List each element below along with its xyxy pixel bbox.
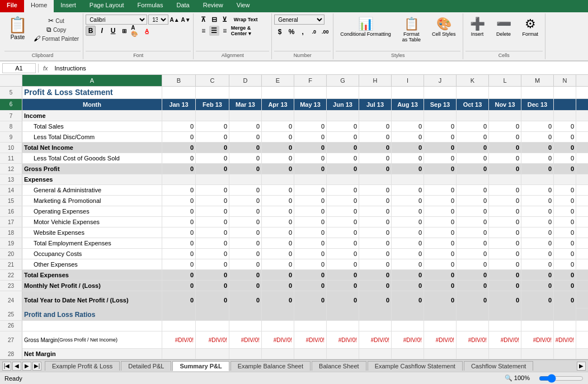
cell-b8[interactable]: 0: [162, 121, 196, 131]
cell-h26[interactable]: [359, 321, 392, 331]
cell-n27[interactable]: #DIV/0!: [554, 331, 576, 349]
col-header-m[interactable]: M: [521, 75, 554, 86]
cell-b14[interactable]: 0: [162, 185, 196, 195]
cell-m11[interactable]: 0: [521, 153, 554, 163]
cell-l9[interactable]: 0: [489, 132, 521, 142]
cell-b15[interactable]: 0: [162, 196, 196, 206]
cell-n10[interactable]: 0: [554, 143, 576, 153]
cell-b5[interactable]: [162, 87, 196, 98]
cell-i25[interactable]: [392, 309, 424, 320]
cell-b24[interactable]: 0: [162, 291, 196, 309]
cell-k21[interactable]: 0: [457, 259, 489, 269]
cell-g6[interactable]: Jun 13: [327, 99, 359, 111]
cell-a26[interactable]: [22, 321, 162, 331]
cell-a11[interactable]: Less Total Cost of Gooods Sold: [22, 153, 162, 163]
cell-f15[interactable]: 0: [294, 196, 327, 206]
tab-example-cashflow[interactable]: Example Cashflow Statement: [368, 361, 463, 371]
cell-n11[interactable]: 0: [554, 153, 576, 163]
cell-j13[interactable]: [424, 174, 457, 184]
format-painter-button[interactable]: 🖌 Format Painter: [32, 35, 81, 42]
cell-a9[interactable]: Less Total Disc/Comm: [22, 132, 162, 142]
cell-d28[interactable]: [229, 349, 262, 359]
cell-k15[interactable]: 0: [457, 196, 489, 206]
cell-g26[interactable]: [327, 321, 359, 331]
align-top-button[interactable]: ⊼: [199, 15, 209, 25]
cell-l24[interactable]: 0: [489, 291, 521, 309]
cell-g7[interactable]: [327, 111, 359, 121]
cell-c18[interactable]: 0: [196, 227, 229, 238]
cell-e28[interactable]: [262, 349, 294, 359]
cell-l22[interactable]: 0: [489, 270, 521, 280]
cell-b21[interactable]: 0: [162, 259, 196, 269]
cell-n9[interactable]: 0: [554, 132, 576, 142]
cell-a22[interactable]: Total Expenses: [22, 270, 162, 280]
col-header-j[interactable]: J: [424, 75, 457, 86]
cell-i22[interactable]: 0: [392, 270, 424, 280]
cell-a16[interactable]: Operating Expenses: [22, 206, 162, 216]
cell-n26[interactable]: [554, 321, 576, 331]
text-wrap-button[interactable]: Wrap Text: [231, 15, 261, 25]
cell-d5[interactable]: [229, 87, 262, 98]
cell-f26[interactable]: [294, 321, 327, 331]
cell-n21[interactable]: 0: [554, 259, 576, 269]
cell-k7[interactable]: [457, 111, 489, 121]
tab-data[interactable]: Data: [170, 0, 196, 12]
cell-m19[interactable]: 0: [521, 238, 554, 248]
cell-g17[interactable]: 0: [327, 217, 359, 227]
cell-b18[interactable]: 0: [162, 227, 196, 238]
zoom-slider[interactable]: [539, 374, 584, 382]
cell-c11[interactable]: 0: [196, 153, 229, 163]
font-color-button[interactable]: A̲: [142, 26, 152, 36]
cell-h14[interactable]: 0: [359, 185, 392, 195]
cell-e15[interactable]: 0: [262, 196, 294, 206]
cell-m22[interactable]: 0: [521, 270, 554, 280]
cell-l8[interactable]: 0: [489, 121, 521, 131]
cell-g15[interactable]: 0: [327, 196, 359, 206]
cell-g8[interactable]: 0: [327, 121, 359, 131]
cell-m26[interactable]: [521, 321, 554, 331]
cell-j24[interactable]: 0: [424, 291, 457, 309]
cell-a5[interactable]: Profit & Loss Statement: [22, 87, 162, 98]
cell-e14[interactable]: 0: [262, 185, 294, 195]
col-header-b[interactable]: B: [162, 75, 196, 86]
cell-e5[interactable]: [262, 87, 294, 98]
cell-g14[interactable]: 0: [327, 185, 359, 195]
cell-f21[interactable]: 0: [294, 259, 327, 269]
tab-example-balance[interactable]: Example Balance Sheet: [231, 361, 311, 371]
cell-k9[interactable]: 0: [457, 132, 489, 142]
tab-home[interactable]: Home: [24, 0, 54, 12]
cell-l21[interactable]: 0: [489, 259, 521, 269]
cell-j21[interactable]: 0: [424, 259, 457, 269]
cell-j25[interactable]: [424, 309, 457, 320]
cell-b11[interactable]: 0: [162, 153, 196, 163]
cell-f27[interactable]: #DIV/0!: [294, 331, 327, 349]
cell-a12[interactable]: Gross Profit: [22, 164, 162, 174]
cell-h20[interactable]: 0: [359, 249, 392, 259]
align-center-button[interactable]: ☰: [209, 26, 219, 36]
tab-cashflow[interactable]: Cashflow Statement: [464, 361, 533, 371]
col-header-a[interactable]: A: [22, 75, 162, 86]
format-button[interactable]: ⚙ Format: [518, 15, 543, 39]
cell-i24[interactable]: 0: [392, 291, 424, 309]
cell-f25[interactable]: [294, 309, 327, 320]
cell-e24[interactable]: 0: [262, 291, 294, 309]
cell-n22[interactable]: 0: [554, 270, 576, 280]
cell-a24[interactable]: Total Year to Date Net Profit / (Loss): [22, 291, 162, 309]
cell-n13[interactable]: [554, 174, 576, 184]
cell-n15[interactable]: 0: [554, 196, 576, 206]
cell-h12[interactable]: 0: [359, 164, 392, 174]
cell-f17[interactable]: 0: [294, 217, 327, 227]
cell-i7[interactable]: [392, 111, 424, 121]
format-as-table-button[interactable]: 📋 Formatas Table: [398, 15, 425, 45]
cell-j27[interactable]: #DIV/0!: [424, 331, 457, 349]
cell-h18[interactable]: 0: [359, 227, 392, 238]
cell-k22[interactable]: 0: [457, 270, 489, 280]
cell-b23[interactable]: 0: [162, 281, 196, 291]
cell-m25[interactable]: [521, 309, 554, 320]
insert-button[interactable]: ➕ Insert: [465, 15, 490, 39]
col-header-k[interactable]: K: [457, 75, 489, 86]
cell-b20[interactable]: 0: [162, 249, 196, 259]
cell-l28[interactable]: [489, 349, 521, 359]
sheet-nav-last[interactable]: ▶|: [32, 362, 41, 371]
cell-h22[interactable]: 0: [359, 270, 392, 280]
